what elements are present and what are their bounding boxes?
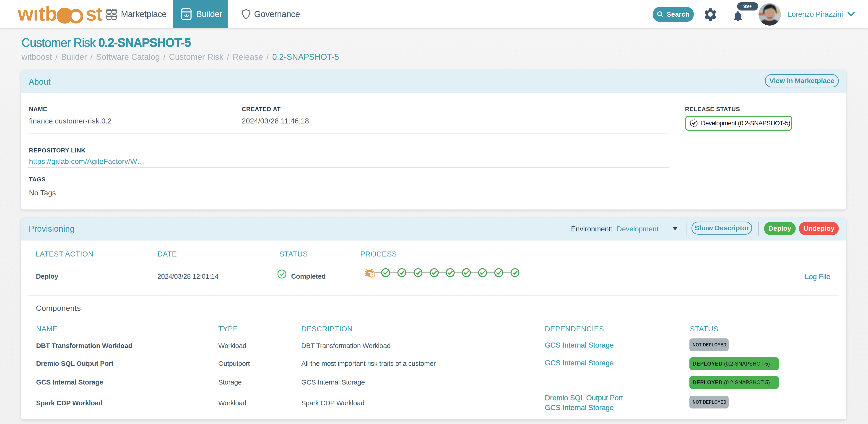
svg-text:</>: </>	[184, 13, 189, 18]
svg-text:st: st	[86, 3, 102, 25]
svg-text:wıtb: wıtb	[18, 2, 57, 25]
